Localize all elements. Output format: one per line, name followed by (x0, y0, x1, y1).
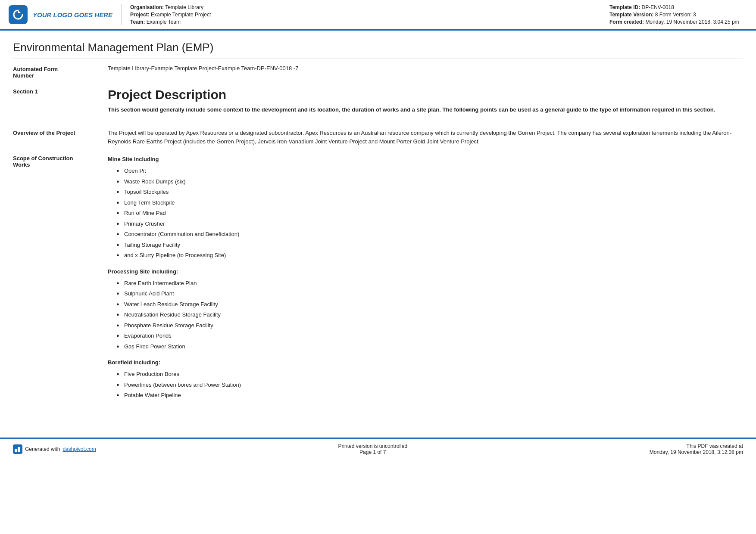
processing-section: Processing Site including: Rare Earth In… (108, 268, 743, 351)
form-number-value: Template Library-Example Template Projec… (108, 65, 298, 71)
borefield-heading: Borefield including: (108, 359, 743, 366)
form-number-row: Automated FormNumber Template Library-Ex… (13, 65, 743, 79)
list-item: Long Term Stockpile (116, 199, 743, 207)
list-item: Phosphate Residue Storage Facility (116, 321, 743, 330)
team-row: Team: Example Team (130, 19, 609, 25)
footer-right-line1: This PDF was created at (650, 443, 743, 449)
header-right: Template ID: DP-ENV-0018 Template Versio… (609, 4, 747, 25)
scope-row: Scope of ConstructionWorks Mine Site inc… (13, 154, 743, 408)
logo-section: YOUR LOGO GOES HERE (9, 4, 122, 25)
list-item: Primary Crusher (116, 220, 743, 228)
list-item: Neutralisation Residue Storage Facility (116, 310, 743, 319)
form-version-value: 3 (693, 12, 696, 18)
overview-label: Overview of the Project (13, 129, 108, 136)
template-id-row: Template ID: DP-ENV-0018 (609, 4, 747, 10)
footer-center-line1: Printed version is uncontrolled (338, 443, 407, 449)
project-row: Project: Example Template Project (130, 12, 609, 18)
overview-content: The Project will be operated by Apex Res… (108, 129, 743, 147)
borefield-list: Five Production Bores Powerlines (betwee… (116, 370, 743, 400)
form-number-label: Automated FormNumber (13, 65, 108, 79)
template-version-row: Template Version: 8 Form Version: 3 (609, 12, 747, 18)
overview-row: Overview of the Project The Project will… (13, 129, 743, 147)
template-version-value: 8 (655, 12, 658, 18)
footer-generated-link[interactable]: dashpivot.com (62, 446, 96, 452)
footer-generated-label: Generated with (25, 446, 60, 452)
list-item: Topsoil Stockpiles (116, 188, 743, 196)
list-item: Evaporation Ponds (116, 332, 743, 340)
list-item: Water Leach Residue Storage Facility (116, 300, 743, 309)
svg-rect-1 (15, 449, 17, 452)
org-row: Organisation: Template Library (130, 4, 609, 10)
footer-center: Printed version is uncontrolled Page 1 o… (338, 443, 407, 455)
list-item: Waste Rock Dumps (six) (116, 177, 743, 186)
borefield-section: Borefield including: Five Production Bor… (108, 359, 743, 400)
list-item: Powerlines (between bores and Power Stat… (116, 381, 743, 389)
org-value: Template Library (165, 4, 203, 10)
svg-rect-2 (18, 447, 20, 452)
form-version-label: Form Version: (659, 12, 692, 18)
processing-site-heading: Processing Site including: (108, 268, 743, 275)
section1-row: Section 1 Project Description This secti… (13, 87, 743, 121)
mine-site-heading: Mine Site including (108, 156, 743, 162)
template-id-value: DP-ENV-0018 (641, 4, 674, 10)
list-item: Gas Fired Power Station (116, 342, 743, 351)
mine-site-list: Open Pit Waste Rock Dumps (six) Topsoil … (116, 167, 743, 260)
section1-heading: Project Description (108, 87, 743, 102)
list-item: Run of Mine Pad (116, 209, 743, 217)
org-label: Organisation: (130, 4, 164, 10)
list-item: Open Pit (116, 167, 743, 175)
page-title: Environmental Management Plan (EMP) (13, 41, 743, 59)
scope-label: Scope of ConstructionWorks (13, 154, 108, 168)
footer-right-line2: Monday, 19 November 2018, 3:12:38 pm (650, 449, 743, 455)
main-content: Environmental Management Plan (EMP) Auto… (0, 31, 756, 425)
project-value: Example Template Project (151, 12, 211, 18)
list-item: Sulphuric Acid Plant (116, 289, 743, 298)
project-label: Project: (130, 12, 150, 18)
footer-left: Generated with dashpivot.com (13, 444, 96, 454)
list-item: Potable Water Pipeline (116, 391, 743, 400)
page-footer: Generated with dashpivot.com Printed ver… (0, 438, 756, 459)
list-item: and x Slurry Pipeline (to Processing Sit… (116, 251, 743, 260)
form-created-label: Form created: (609, 19, 644, 25)
footer-center-line2: Page 1 of 7 (338, 449, 407, 455)
logo-icon (9, 5, 28, 24)
overview-text: The Project will be operated by Apex Res… (108, 129, 743, 147)
list-item: Rare Earth Intermediate Plan (116, 279, 743, 288)
list-item: Tailing Storage Facility (116, 241, 743, 249)
form-created-value: Monday, 19 November 2018, 3:04:25 pm (645, 19, 739, 25)
footer-logo-icon (13, 444, 22, 454)
template-id-label: Template ID: (609, 4, 640, 10)
form-created-row: Form created: Monday, 19 November 2018, … (609, 19, 747, 25)
page-header: YOUR LOGO GOES HERE Organisation: Templa… (0, 0, 756, 31)
team-label: Team: (130, 19, 145, 25)
section1-subtext: This section would generally include som… (108, 106, 743, 114)
logo-text: YOUR LOGO GOES HERE (33, 11, 112, 19)
header-meta: Organisation: Template Library Project: … (130, 4, 609, 25)
scope-content: Mine Site including Open Pit Waste Rock … (108, 154, 743, 408)
team-value: Example Team (147, 19, 181, 25)
processing-site-list: Rare Earth Intermediate Plan Sulphuric A… (116, 279, 743, 351)
list-item: Five Production Bores (116, 370, 743, 379)
section1-label: Section 1 (13, 87, 108, 95)
template-version-label: Template Version: (609, 12, 653, 18)
list-item: Concentrator (Comminution and Beneficiat… (116, 230, 743, 239)
section1-content: Project Description This section would g… (108, 87, 743, 121)
footer-right: This PDF was created at Monday, 19 Novem… (650, 443, 743, 455)
